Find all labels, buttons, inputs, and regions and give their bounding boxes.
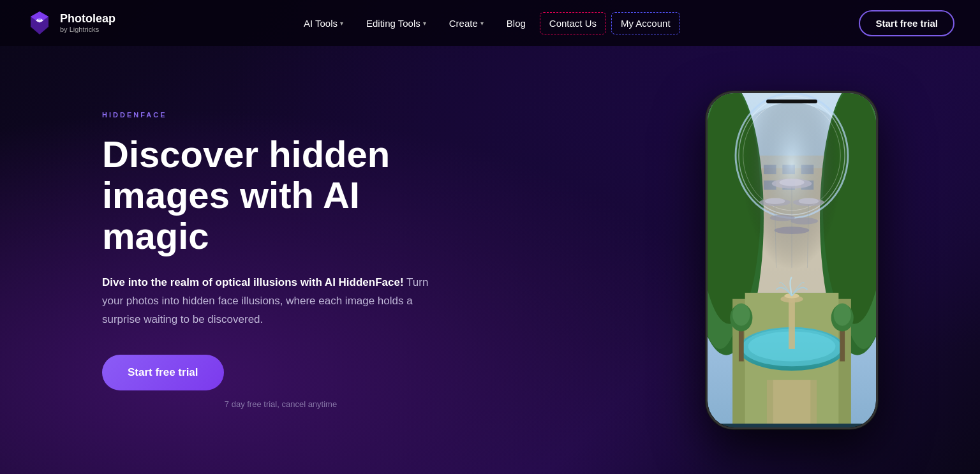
hero-title: Discover hidden images with AI magic — [102, 134, 459, 256]
hero-content: HIDDENFACE Discover hidden images with A… — [102, 111, 459, 409]
nav-item-contact[interactable]: Contact Us — [540, 12, 606, 34]
hero-section: HIDDENFACE Discover hidden images with A… — [0, 46, 980, 474]
phone-mockup — [706, 91, 878, 429]
phone-screen — [708, 93, 876, 427]
svg-point-45 — [834, 303, 851, 325]
svg-point-42 — [732, 303, 750, 325]
logo-text: Photoleap by Lightricks — [60, 12, 115, 34]
svg-point-25 — [791, 218, 818, 225]
svg-point-23 — [799, 198, 819, 204]
nav-item-ai-tools[interactable]: AI Tools ▾ — [295, 13, 352, 34]
hero-badge: HIDDENFACE — [102, 111, 459, 119]
phone-scene — [708, 93, 876, 424]
hero-description: Dive into the realm of optical illusions… — [102, 274, 434, 329]
svg-rect-35 — [789, 299, 795, 348]
svg-point-19 — [779, 178, 804, 186]
phone-device — [706, 91, 878, 429]
svg-rect-39 — [773, 380, 811, 423]
nav-item-editing-tools[interactable]: Editing Tools ▾ — [357, 13, 435, 34]
nav-item-blog[interactable]: Blog — [498, 13, 535, 34]
chevron-icon: ▾ — [480, 20, 484, 27]
logo-icon — [26, 9, 54, 37]
chevron-icon: ▾ — [340, 20, 343, 27]
nav-links: AI Tools ▾ Editing Tools ▾ Create ▾ Blog… — [295, 12, 680, 34]
svg-point-21 — [765, 198, 785, 204]
brand-name: Photoleap — [60, 12, 115, 26]
nav-cta-button[interactable]: Start free trial — [859, 10, 954, 36]
chevron-icon: ▾ — [423, 20, 426, 27]
cta-wrapper: Start free trial 7 day free trial, cance… — [102, 355, 459, 409]
cta-subtitle: 7 day free trial, cancel anytime — [102, 399, 459, 409]
hero-desc-strong: Dive into the realm of optical illusions… — [102, 276, 404, 288]
nav-item-account[interactable]: My Account — [611, 12, 680, 34]
nav-item-create[interactable]: Create ▾ — [440, 13, 493, 34]
logo-link[interactable]: Photoleap by Lightricks — [26, 9, 115, 37]
phone-notch — [766, 100, 817, 103]
navbar: Photoleap by Lightricks AI Tools ▾ Editi… — [0, 0, 980, 46]
hero-cta-button[interactable]: Start free trial — [102, 355, 224, 390]
brand-sub: by Lightricks — [60, 26, 115, 34]
